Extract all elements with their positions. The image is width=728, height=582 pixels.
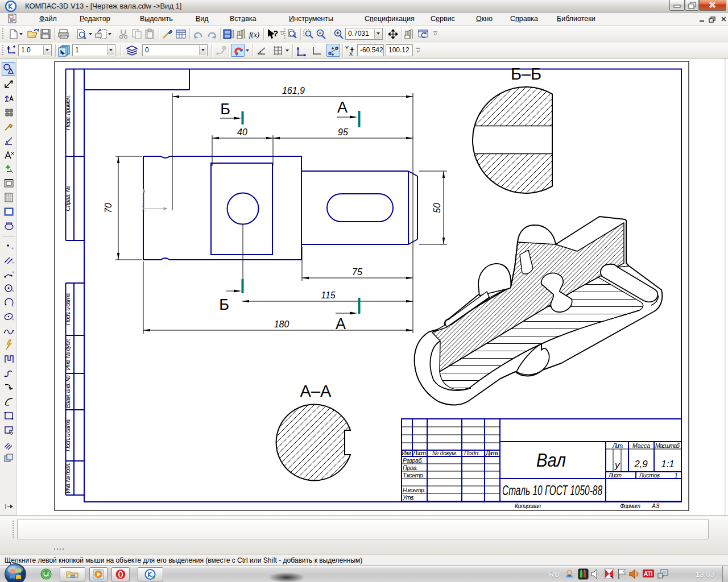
svg-text:Разраб.: Разраб. bbox=[403, 457, 423, 464]
svg-text:Б: Б bbox=[219, 296, 229, 313]
svg-text:Взам. инв. №: Взам. инв. № bbox=[64, 375, 71, 408]
svg-text:Сталь 10 ГОСТ 1050-88: Сталь 10 ГОСТ 1050-88 bbox=[502, 483, 602, 498]
svg-text:Листов: Листов bbox=[639, 472, 660, 479]
svg-text:Перв. примен.: Перв. примен. bbox=[64, 95, 71, 130]
svg-text:А: А bbox=[336, 315, 346, 332]
svg-text:Масса: Масса bbox=[632, 442, 650, 449]
svg-text:115: 115 bbox=[321, 290, 336, 300]
svg-text:95: 95 bbox=[338, 127, 348, 137]
svg-text:Пров.: Пров. bbox=[403, 464, 418, 471]
svg-text:Инв. № подл.: Инв. № подл. bbox=[64, 463, 71, 493]
svg-text:Изм.: Изм. bbox=[402, 450, 412, 456]
svg-text:Лит.: Лит. bbox=[612, 442, 623, 449]
svg-text:Лист: Лист bbox=[608, 472, 622, 479]
svg-text:1: 1 bbox=[675, 472, 678, 479]
svg-text:Масштаб: Масштаб bbox=[655, 442, 680, 449]
svg-text:40: 40 bbox=[237, 127, 247, 137]
svg-text:Утв.: Утв. bbox=[402, 494, 415, 501]
svg-text:Б–Б: Б–Б bbox=[511, 65, 541, 83]
svg-text:Б: Б bbox=[220, 101, 230, 118]
svg-text:50: 50 bbox=[432, 203, 442, 213]
svg-text:180: 180 bbox=[274, 319, 289, 329]
svg-text:ATI: ATI bbox=[644, 571, 653, 577]
svg-text:Вал: Вал bbox=[536, 450, 566, 471]
svg-text:Копировал: Копировал bbox=[515, 502, 541, 509]
svg-text:Y: Y bbox=[345, 45, 349, 51]
svg-text:Инв. № дубл.: Инв. № дубл. bbox=[64, 338, 71, 370]
svg-text:Формат: Формат bbox=[620, 502, 640, 509]
svg-text:75: 75 bbox=[352, 267, 362, 277]
svg-text:А: А bbox=[337, 99, 348, 116]
svg-text:№ докум.: № докум. bbox=[432, 450, 457, 456]
svg-text:Дата: Дата bbox=[485, 450, 498, 456]
svg-text:Подп. и дата: Подп. и дата bbox=[64, 419, 71, 451]
svg-text:Справ. №: Справ. № bbox=[64, 186, 71, 211]
svg-text:А–А: А–А bbox=[300, 382, 332, 400]
svg-text:Т.контр.: Т.контр. bbox=[403, 472, 424, 479]
svg-text:?: ? bbox=[273, 28, 278, 38]
svg-text:Н.контр.: Н.контр. bbox=[403, 487, 425, 493]
svg-text:Подп.: Подп. bbox=[464, 450, 480, 456]
svg-text:2,9: 2,9 bbox=[634, 459, 648, 469]
svg-text:161,9: 161,9 bbox=[282, 86, 305, 95]
svg-text:Лист: Лист bbox=[412, 450, 426, 456]
svg-text:А3: А3 bbox=[651, 502, 659, 509]
svg-text:Подп. и дата: Подп. и дата bbox=[64, 293, 71, 325]
svg-text:1:1: 1:1 bbox=[661, 459, 675, 469]
svg-text:у: у bbox=[614, 460, 621, 471]
svg-text:70: 70 bbox=[104, 203, 113, 213]
svg-text:X: X bbox=[349, 51, 353, 57]
svg-text:f(x): f(x) bbox=[249, 30, 259, 39]
